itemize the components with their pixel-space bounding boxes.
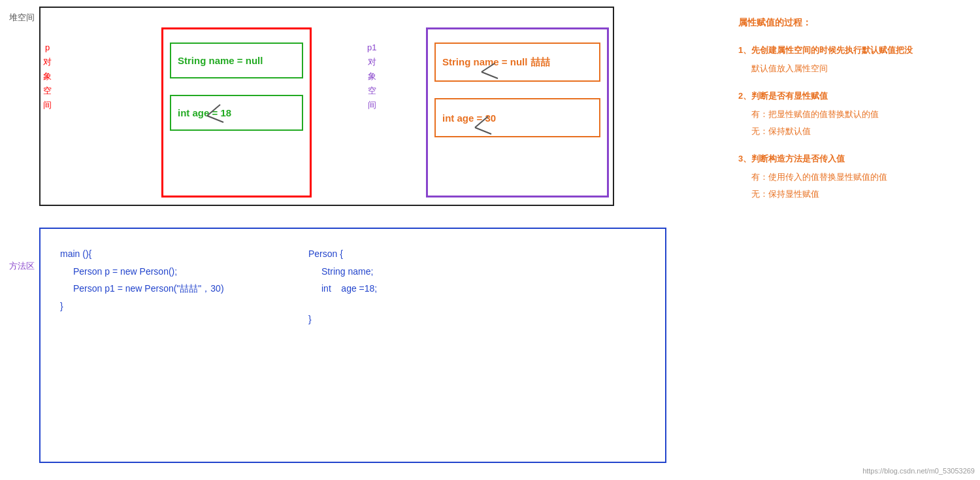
person-class-line-3: int age =18; bbox=[308, 280, 504, 298]
explanation-item-1: 1、先创建属性空间的时候先执行默认赋值把没 默认值放入属性空间 bbox=[738, 42, 967, 77]
p-string-field: String name = null bbox=[170, 43, 303, 78]
main-method-line-4: } bbox=[60, 298, 269, 315]
explanation-title: 属性赋值的过程： bbox=[738, 13, 967, 31]
main-method-line-1: main (){ bbox=[60, 245, 269, 263]
p1-string-field: String name = null 喆喆 bbox=[434, 43, 600, 82]
method-box: main (){ Person p = new Person(); Person… bbox=[39, 228, 666, 463]
heap-label: 堆空间 bbox=[9, 12, 35, 24]
heap-box: p对象空间 String name = null int age = 18 p1… bbox=[39, 7, 614, 206]
watermark: https://blog.csdn.net/m0_53053269 bbox=[862, 467, 975, 475]
main-method-line-3: Person p1 = new Person("喆喆"，30) bbox=[60, 280, 269, 298]
explanation-item-2: 2、判断是否有显性赋值 有：把显性赋值的值替换默认的值 无：保持默认值 bbox=[738, 88, 967, 140]
main-method-line-2: Person p = new Person(); bbox=[60, 263, 269, 281]
p-int-field: int age = 18 bbox=[170, 95, 303, 131]
p1-int-field: int age = 30 bbox=[434, 98, 600, 137]
person-class-code: Person { String name; int age =18; } bbox=[308, 245, 504, 328]
person-class-line-4: } bbox=[308, 311, 504, 328]
person-class-line-1: Person { bbox=[308, 245, 504, 263]
person-class-line-2: String name; bbox=[308, 263, 504, 281]
main-method-code: main (){ Person p = new Person(); Person… bbox=[60, 245, 269, 328]
p-object-box: String name = null int age = 18 bbox=[161, 27, 312, 197]
explanation-item-3: 3、判断构造方法是否传入值 有：使用传入的值替换显性赋值的值 无：保持显性赋值 bbox=[738, 150, 967, 203]
explanation-panel: 属性赋值的过程： 1、先创建属性空间的时候先执行默认赋值把没 默认值放入属性空间… bbox=[732, 0, 980, 480]
p1-object-box: String name = null 喆喆 int age = 30 bbox=[426, 27, 609, 197]
method-label: 方法区 bbox=[9, 260, 35, 272]
p-object-label: p对象空间 bbox=[43, 41, 52, 112]
p1-object-label: p1对象空间 bbox=[367, 41, 376, 112]
